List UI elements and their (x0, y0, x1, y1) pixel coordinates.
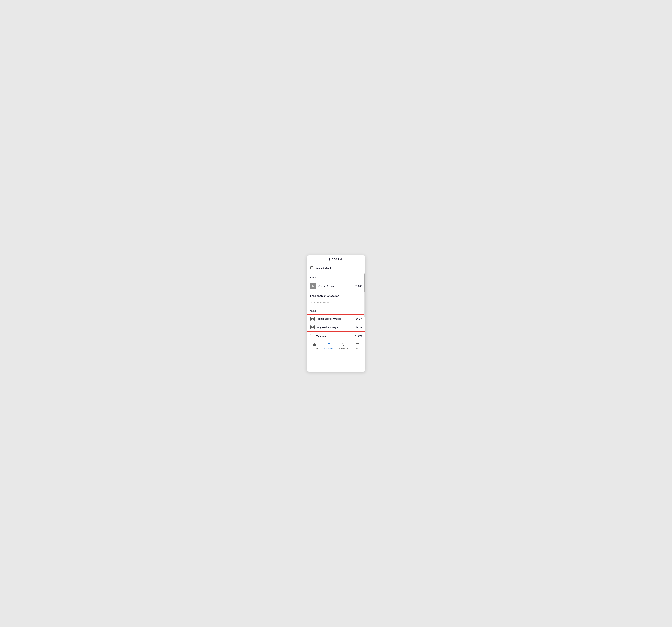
notifications-label: Notifications (339, 347, 348, 349)
phone-wrapper: ← $10.70 Sale Receipt #5geE (307, 255, 365, 372)
svg-rect-13 (313, 343, 314, 344)
fees-title: Fees on this transaction (310, 295, 362, 298)
nav-notifications[interactable]: Notifications (336, 342, 351, 350)
fees-divider (310, 299, 362, 300)
pickup-charge-price: $0.20 (356, 318, 362, 320)
header: ← $10.70 Sale (307, 255, 365, 264)
scroll-thumb (364, 274, 365, 292)
svg-rect-15 (313, 344, 314, 346)
scroll-track (364, 273, 365, 317)
receipt-label: Receipt #5geE (315, 267, 332, 270)
total-title: Total (310, 310, 316, 312)
back-button[interactable]: ← (310, 257, 314, 262)
screen: ← $10.70 Sale Receipt #5geE (307, 255, 365, 372)
item-avatar: Cu (310, 283, 316, 289)
bag-charge-icon (310, 325, 315, 329)
items-section-header: Items (307, 273, 365, 281)
fees-link[interactable]: Learn more about fees (310, 301, 331, 304)
pickup-charge-icon (310, 317, 315, 321)
fees-section: Fees on this transaction Learn more abou… (307, 291, 365, 306)
back-icon: ← (310, 258, 313, 261)
item-row: Cu Custom Amount $10.00 (307, 281, 365, 291)
svg-rect-14 (314, 343, 316, 344)
total-sale-amount: $10.70 (355, 335, 362, 338)
highlighted-charges-box: Pickup Service Charge $0.20 Bag Service … (307, 314, 365, 332)
checkout-icon (313, 343, 316, 347)
item-name: Custom Amount (318, 285, 353, 287)
total-sale-name: Total sale (316, 335, 353, 338)
transactions-label: Transactions (324, 347, 334, 349)
bottom-nav: Checkout Transactions (307, 340, 365, 352)
more-icon (356, 343, 359, 347)
pickup-charge-row: Pickup Service Charge $0.20 (308, 315, 365, 323)
svg-rect-10 (311, 335, 313, 337)
bag-charge-row: Bag Service Charge $0.50 (308, 323, 365, 331)
receipt-row[interactable]: Receipt #5geE (307, 264, 365, 273)
total-sale-row: Total sale $10.70 (307, 332, 365, 340)
bag-charge-name: Bag Service Charge (317, 326, 354, 329)
nav-checkout[interactable]: Checkout (307, 342, 321, 350)
item-price: $10.00 (355, 285, 362, 287)
checkout-label: Checkout (311, 347, 318, 349)
total-section-header: Total (307, 306, 365, 314)
items-title: Items (310, 276, 317, 279)
receipt-icon (310, 266, 313, 270)
total-sale-icon (310, 334, 314, 338)
content-area: Receipt #5geE Items Cu Custom Amount $10… (307, 264, 365, 340)
transactions-icon (327, 343, 330, 347)
svg-rect-16 (314, 344, 316, 346)
nav-more[interactable]: More (351, 342, 365, 350)
bag-charge-price: $0.50 (356, 326, 362, 329)
notifications-icon (342, 343, 345, 347)
content-scroll: Receipt #5geE Items Cu Custom Amount $10… (307, 264, 365, 340)
nav-transactions[interactable]: Transactions (321, 342, 336, 350)
pickup-charge-name: Pickup Service Charge (317, 318, 354, 320)
more-label: More (356, 347, 359, 349)
page-title: $10.70 Sale (329, 258, 343, 261)
